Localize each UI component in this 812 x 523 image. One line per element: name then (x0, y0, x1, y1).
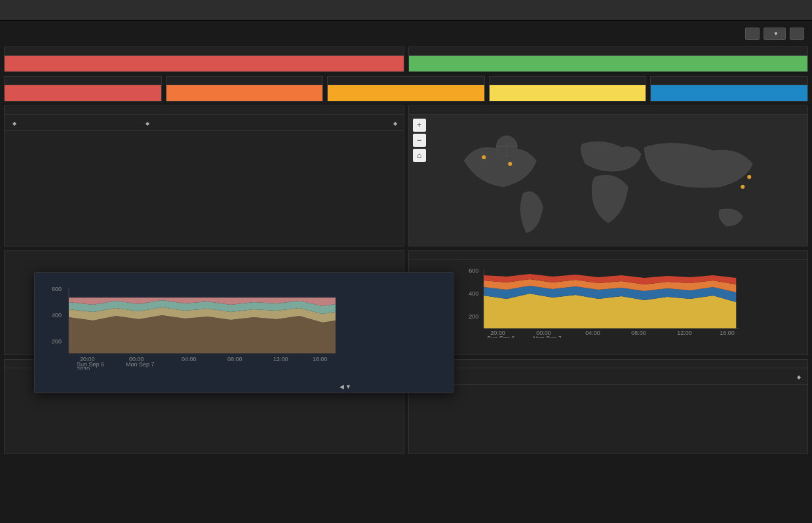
svg-text:600: 600 (469, 267, 478, 274)
chevron-down-icon: ▼ (773, 31, 779, 37)
map-svg (409, 115, 808, 246)
svg-text:400: 400 (52, 312, 62, 319)
stat-allowed[interactable] (4, 47, 404, 72)
map-zoom-in-icon[interactable]: + (413, 119, 426, 132)
edit-button[interactable] (745, 28, 760, 40)
world-map[interactable]: + − ⌂ (409, 115, 808, 246)
stat-blocked[interactable] (408, 47, 809, 72)
stat-blocked-title (409, 47, 808, 56)
map-title (409, 106, 808, 115)
sort-icon: ◆ (145, 121, 149, 126)
stat-low[interactable] (489, 76, 647, 102)
svg-point-2 (747, 175, 751, 179)
sort-icon: ◆ (797, 374, 801, 380)
stat-high[interactable] (166, 76, 324, 102)
severity-legend (801, 260, 807, 345)
svg-text:200: 200 (469, 313, 478, 320)
svg-text:Sun Sep 6: Sun Sep 6 (487, 335, 514, 338)
stat-high-value (166, 85, 323, 101)
svg-text:Mon Sep 7: Mon Sep 7 (126, 361, 155, 368)
svg-text:04:00: 04:00 (182, 356, 197, 362)
signatures-table: ◆ ◆ ◆ (5, 115, 404, 131)
signature-legend (355, 278, 453, 376)
col-count[interactable]: ◆ (271, 115, 404, 131)
map-panel: + − ⌂ (408, 106, 809, 246)
stat-allowed-title (5, 47, 404, 56)
svg-point-1 (508, 162, 512, 166)
severity-chart-panel: 600 400 200 20:00 Sun Sep 6 2020 00:00 M… (408, 250, 809, 355)
row-3: ◆ ◆ ◆ + − ⌂ (0, 106, 812, 250)
svg-text:400: 400 (469, 290, 478, 297)
svg-text:200: 200 (52, 338, 62, 345)
stat-medium-value (328, 85, 484, 101)
sort-icon: ◆ (393, 121, 397, 126)
signature-chart-title (35, 273, 453, 278)
stat-row-2 (0, 76, 812, 106)
stat-info[interactable] (650, 76, 808, 102)
col-attack-count[interactable]: ◆ (608, 368, 807, 385)
stat-critical-title (5, 77, 161, 85)
svg-text:16:00: 16:00 (313, 356, 328, 362)
export-button[interactable]: ▼ (764, 28, 786, 40)
stat-row-1 (0, 47, 812, 76)
stat-low-value (490, 85, 646, 101)
stat-low-title (490, 77, 646, 85)
stat-info-title (651, 77, 807, 85)
stat-info-value (651, 85, 807, 101)
stat-high-title (166, 77, 323, 85)
stat-medium-title (328, 77, 484, 85)
map-home-icon[interactable]: ⌂ (413, 149, 426, 162)
col-signature[interactable]: ◆ (5, 115, 138, 131)
stat-medium[interactable] (327, 76, 485, 102)
svg-text:04:00: 04:00 (585, 330, 600, 336)
svg-text:12:00: 12:00 (677, 330, 692, 336)
top-nav (0, 0, 812, 21)
svg-text:2020: 2020 (77, 366, 90, 370)
more-button[interactable] (790, 28, 804, 40)
signatures-panel: ◆ ◆ ◆ (4, 106, 404, 246)
svg-text:08:00: 08:00 (227, 356, 242, 362)
svg-text:Mon Sep 7: Mon Sep 7 (533, 335, 562, 338)
svg-text:600: 600 (52, 286, 62, 292)
svg-text:16:00: 16:00 (720, 330, 735, 336)
severity-area-chart: 600 400 200 20:00 Sun Sep 6 2020 00:00 M… (416, 266, 795, 338)
signature-area-chart: 600 400 200 20:00 Sun Sep 6 2020 00:00 M… (41, 284, 348, 370)
map-zoom-out-icon[interactable]: − (413, 134, 426, 147)
svg-point-0 (482, 155, 486, 159)
stat-critical-value (5, 85, 161, 101)
scanning-table: ◆ ◆ (409, 368, 808, 385)
col-severity[interactable]: ◆ (138, 115, 271, 131)
signature-chart-popup[interactable]: 600 400 200 20:00 Sun Sep 6 2020 00:00 M… (34, 272, 454, 393)
page-header: ▼ (0, 21, 812, 47)
scanning-table-title (409, 360, 808, 368)
svg-text:08:00: 08:00 (631, 330, 646, 336)
sort-icon: ◆ (12, 121, 16, 126)
svg-text:12:00: 12:00 (273, 356, 288, 362)
scanning-table-panel: ◆ ◆ (408, 359, 809, 454)
severity-chart-title (409, 251, 808, 260)
stat-critical[interactable] (4, 76, 162, 102)
signatures-title (5, 106, 404, 115)
legend-pager[interactable]: ◀ ▼ (339, 383, 351, 390)
svg-point-3 (741, 185, 744, 189)
stat-allowed-value (5, 56, 404, 71)
stat-blocked-value (409, 56, 808, 71)
